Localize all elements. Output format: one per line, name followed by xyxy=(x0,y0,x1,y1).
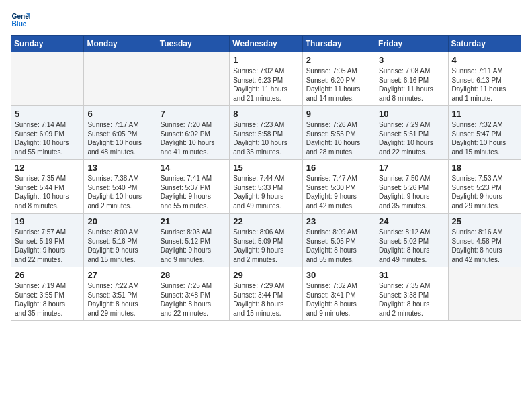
weekday-header-row: SundayMondayTuesdayWednesdayThursdayFrid… xyxy=(11,36,521,52)
calendar-day-cell: 23Sunrise: 8:09 AM Sunset: 5:05 PM Dayli… xyxy=(302,214,375,267)
day-info: Sunrise: 7:35 AM Sunset: 5:44 PM Dayligh… xyxy=(15,174,80,210)
day-number: 24 xyxy=(379,216,444,226)
day-number: 12 xyxy=(15,163,80,173)
calendar-day-cell: 1Sunrise: 7:02 AM Sunset: 6:23 PM Daylig… xyxy=(230,52,302,106)
calendar-day-cell xyxy=(448,267,521,321)
day-number: 4 xyxy=(452,55,517,65)
calendar-day-cell: 3Sunrise: 7:08 AM Sunset: 6:16 PM Daylig… xyxy=(375,52,448,106)
calendar-day-cell: 21Sunrise: 8:03 AM Sunset: 5:12 PM Dayli… xyxy=(157,214,229,267)
day-info: Sunrise: 7:05 AM Sunset: 6:20 PM Dayligh… xyxy=(306,66,371,103)
day-number: 16 xyxy=(306,163,371,173)
calendar-day-cell: 11Sunrise: 7:32 AM Sunset: 5:47 PM Dayli… xyxy=(448,106,521,160)
weekday-header: Wednesday xyxy=(230,36,302,52)
calendar-day-cell xyxy=(157,52,229,106)
logo: General Blue xyxy=(11,11,32,30)
svg-text:Blue: Blue xyxy=(12,20,27,28)
day-number: 26 xyxy=(15,270,80,280)
calendar-day-cell: 5Sunrise: 7:14 AM Sunset: 6:09 PM Daylig… xyxy=(11,106,84,160)
day-number: 27 xyxy=(87,270,152,280)
day-number: 18 xyxy=(452,163,517,173)
day-info: Sunrise: 7:20 AM Sunset: 6:02 PM Dayligh… xyxy=(161,120,226,156)
weekday-header: Friday xyxy=(375,36,448,52)
day-info: Sunrise: 8:09 AM Sunset: 5:05 PM Dayligh… xyxy=(306,228,371,264)
day-number: 2 xyxy=(306,55,371,65)
day-info: Sunrise: 7:32 AM Sunset: 3:41 PM Dayligh… xyxy=(306,281,371,318)
calendar-day-cell: 26Sunrise: 7:19 AM Sunset: 3:55 PM Dayli… xyxy=(11,267,84,321)
day-number: 29 xyxy=(233,270,298,280)
day-info: Sunrise: 7:57 AM Sunset: 5:19 PM Dayligh… xyxy=(15,228,80,264)
weekday-header: Thursday xyxy=(302,36,375,52)
calendar-day-cell: 20Sunrise: 8:00 AM Sunset: 5:16 PM Dayli… xyxy=(84,214,157,267)
calendar-day-cell: 6Sunrise: 7:17 AM Sunset: 6:05 PM Daylig… xyxy=(84,106,157,160)
day-number: 10 xyxy=(379,109,444,119)
day-info: Sunrise: 7:02 AM Sunset: 6:23 PM Dayligh… xyxy=(233,66,298,103)
calendar-day-cell: 19Sunrise: 7:57 AM Sunset: 5:19 PM Dayli… xyxy=(11,214,84,267)
calendar-day-cell: 16Sunrise: 7:47 AM Sunset: 5:30 PM Dayli… xyxy=(302,160,375,214)
calendar-day-cell: 14Sunrise: 7:41 AM Sunset: 5:37 PM Dayli… xyxy=(157,160,229,214)
page-container: General Blue SundayMondayTuesdayWednesda… xyxy=(0,0,532,326)
calendar-week-row: 1Sunrise: 7:02 AM Sunset: 6:23 PM Daylig… xyxy=(11,52,521,106)
day-info: Sunrise: 7:08 AM Sunset: 6:16 PM Dayligh… xyxy=(379,66,444,103)
calendar-day-cell: 31Sunrise: 7:35 AM Sunset: 3:38 PM Dayli… xyxy=(375,267,448,321)
calendar-week-row: 26Sunrise: 7:19 AM Sunset: 3:55 PM Dayli… xyxy=(11,267,521,321)
day-info: Sunrise: 7:38 AM Sunset: 5:40 PM Dayligh… xyxy=(87,174,152,210)
calendar-day-cell xyxy=(84,52,157,106)
day-number: 17 xyxy=(379,163,444,173)
header: General Blue xyxy=(11,11,521,30)
day-number: 21 xyxy=(161,216,226,226)
day-info: Sunrise: 7:23 AM Sunset: 5:58 PM Dayligh… xyxy=(233,120,298,156)
day-number: 23 xyxy=(306,216,371,226)
calendar-day-cell: 28Sunrise: 7:25 AM Sunset: 3:48 PM Dayli… xyxy=(157,267,229,321)
calendar-day-cell: 18Sunrise: 7:53 AM Sunset: 5:23 PM Dayli… xyxy=(448,160,521,214)
day-info: Sunrise: 8:06 AM Sunset: 5:09 PM Dayligh… xyxy=(233,228,298,264)
logo-icon: General Blue xyxy=(11,11,30,30)
day-number: 25 xyxy=(452,216,517,226)
day-info: Sunrise: 8:16 AM Sunset: 4:58 PM Dayligh… xyxy=(452,228,517,264)
day-info: Sunrise: 7:41 AM Sunset: 5:37 PM Dayligh… xyxy=(161,174,226,210)
day-info: Sunrise: 7:26 AM Sunset: 5:55 PM Dayligh… xyxy=(306,120,371,156)
day-info: Sunrise: 7:50 AM Sunset: 5:26 PM Dayligh… xyxy=(379,174,444,210)
day-number: 13 xyxy=(87,163,152,173)
day-info: Sunrise: 7:19 AM Sunset: 3:55 PM Dayligh… xyxy=(15,281,80,318)
day-info: Sunrise: 7:32 AM Sunset: 5:47 PM Dayligh… xyxy=(452,120,517,156)
calendar-day-cell xyxy=(11,52,84,106)
calendar-day-cell: 15Sunrise: 7:44 AM Sunset: 5:33 PM Dayli… xyxy=(230,160,302,214)
weekday-header: Sunday xyxy=(11,36,84,52)
day-info: Sunrise: 7:47 AM Sunset: 5:30 PM Dayligh… xyxy=(306,174,371,210)
day-number: 6 xyxy=(87,109,152,119)
day-info: Sunrise: 7:11 AM Sunset: 6:13 PM Dayligh… xyxy=(452,66,517,103)
calendar-day-cell: 30Sunrise: 7:32 AM Sunset: 3:41 PM Dayli… xyxy=(302,267,375,321)
day-number: 20 xyxy=(87,216,152,226)
day-number: 3 xyxy=(379,55,444,65)
day-number: 14 xyxy=(161,163,226,173)
calendar-day-cell: 10Sunrise: 7:29 AM Sunset: 5:51 PM Dayli… xyxy=(375,106,448,160)
calendar-day-cell: 22Sunrise: 8:06 AM Sunset: 5:09 PM Dayli… xyxy=(230,214,302,267)
calendar-day-cell: 17Sunrise: 7:50 AM Sunset: 5:26 PM Dayli… xyxy=(375,160,448,214)
day-info: Sunrise: 7:53 AM Sunset: 5:23 PM Dayligh… xyxy=(452,174,517,210)
day-number: 19 xyxy=(15,216,80,226)
calendar-day-cell: 12Sunrise: 7:35 AM Sunset: 5:44 PM Dayli… xyxy=(11,160,84,214)
day-number: 9 xyxy=(306,109,371,119)
day-info: Sunrise: 7:44 AM Sunset: 5:33 PM Dayligh… xyxy=(233,174,298,210)
day-info: Sunrise: 7:35 AM Sunset: 3:38 PM Dayligh… xyxy=(379,281,444,318)
calendar-day-cell: 24Sunrise: 8:12 AM Sunset: 5:02 PM Dayli… xyxy=(375,214,448,267)
weekday-header: Tuesday xyxy=(157,36,229,52)
day-info: Sunrise: 7:29 AM Sunset: 3:44 PM Dayligh… xyxy=(233,281,298,318)
day-number: 31 xyxy=(379,270,444,280)
day-number: 15 xyxy=(233,163,298,173)
weekday-header: Monday xyxy=(84,36,157,52)
day-number: 11 xyxy=(452,109,517,119)
day-info: Sunrise: 8:12 AM Sunset: 5:02 PM Dayligh… xyxy=(379,228,444,264)
calendar-day-cell: 7Sunrise: 7:20 AM Sunset: 6:02 PM Daylig… xyxy=(157,106,229,160)
calendar-day-cell: 29Sunrise: 7:29 AM Sunset: 3:44 PM Dayli… xyxy=(230,267,302,321)
day-info: Sunrise: 7:29 AM Sunset: 5:51 PM Dayligh… xyxy=(379,120,444,156)
day-number: 1 xyxy=(233,55,298,65)
day-number: 22 xyxy=(233,216,298,226)
day-number: 5 xyxy=(15,109,80,119)
weekday-header: Saturday xyxy=(448,36,521,52)
day-number: 8 xyxy=(233,109,298,119)
calendar-table: SundayMondayTuesdayWednesdayThursdayFrid… xyxy=(11,35,521,321)
day-info: Sunrise: 7:25 AM Sunset: 3:48 PM Dayligh… xyxy=(161,281,226,318)
day-info: Sunrise: 8:03 AM Sunset: 5:12 PM Dayligh… xyxy=(161,228,226,264)
day-number: 7 xyxy=(161,109,226,119)
